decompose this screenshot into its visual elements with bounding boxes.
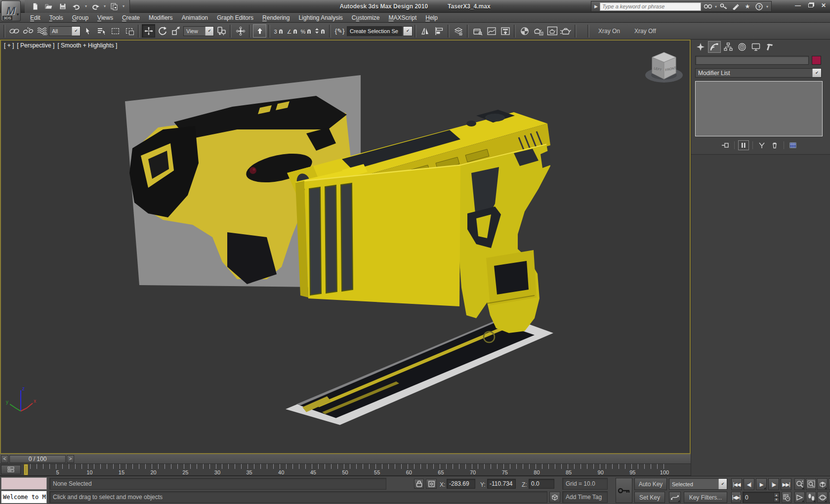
menu-tools[interactable]: Tools (45, 13, 68, 22)
spinner-up-icon[interactable]: ▲ (774, 493, 779, 498)
zoom-extents-button[interactable] (817, 478, 828, 490)
set-key-button[interactable]: Set Key (634, 492, 665, 503)
reference-coordinate-system-dropdown[interactable]: View ✔ (183, 26, 214, 36)
selection-filter-dropdown[interactable]: All ✔ (49, 26, 81, 36)
menu-views[interactable]: Views (93, 13, 118, 22)
menu-maxscript[interactable]: MAXScript (384, 13, 421, 22)
redo-dropdown-icon[interactable]: ▾ (104, 4, 106, 8)
save-file-button[interactable] (57, 1, 68, 11)
search-icon[interactable] (703, 2, 713, 11)
orbit-button[interactable] (817, 492, 828, 503)
help-dropdown-icon[interactable]: ▾ (766, 4, 768, 9)
percent-snap-toggle[interactable]: % (300, 24, 313, 38)
zoom-region-fov-button[interactable] (794, 492, 805, 503)
auto-key-button[interactable]: Auto Key (634, 478, 667, 490)
menu-help[interactable]: Help (421, 13, 442, 22)
unlink-selection-button[interactable] (21, 24, 35, 38)
viewport-menu-shading[interactable]: [ Smooth + Highlights ] (57, 42, 117, 49)
open-mini-curve-editor-button[interactable] (1, 465, 21, 474)
angle-snap-toggle[interactable]: ∠ (286, 24, 299, 38)
use-pivot-point-center-button[interactable] (214, 24, 228, 38)
reference-coordinate-arrow-icon[interactable]: ✔ (205, 27, 213, 36)
object-name-field[interactable] (695, 56, 809, 65)
menu-lighting-analysis[interactable]: Lighting Analysis (294, 13, 347, 22)
maxscript-macro-recorder-pane[interactable] (1, 477, 47, 490)
menu-group[interactable]: Group (68, 13, 93, 22)
redo-button[interactable] (90, 1, 101, 11)
container-explorer-button[interactable] (471, 24, 484, 38)
current-frame-marker[interactable] (24, 464, 28, 475)
curve-editor-button[interactable] (485, 24, 498, 38)
object-color-swatch[interactable] (812, 56, 821, 65)
time-configuration-button[interactable] (782, 492, 791, 503)
menu-graph-editors[interactable]: Graph Editors (212, 13, 258, 22)
xray-off-button[interactable]: Xray Off (627, 25, 663, 37)
tab-motion[interactable] (736, 41, 748, 53)
select-and-link-button[interactable] (7, 24, 21, 38)
viewcube[interactable]: LEFT FRONT (645, 52, 683, 83)
zoom-button[interactable] (794, 478, 805, 490)
favorites-star-icon[interactable]: ★ (743, 2, 752, 11)
selection-filter-arrow-icon[interactable]: ✔ (72, 27, 80, 36)
toolbar-handle[interactable] (3, 25, 5, 38)
close-button[interactable]: ✕ (820, 2, 827, 9)
select-object-button[interactable] (81, 24, 94, 38)
default-tangent-button[interactable] (669, 492, 681, 503)
configure-modifier-sets-button[interactable] (788, 140, 798, 150)
schematic-view-button[interactable] (498, 24, 512, 38)
previous-frame-slider-button[interactable]: < (1, 455, 8, 463)
keyboard-shortcut-override-toggle[interactable] (253, 24, 266, 38)
open-file-button[interactable] (43, 1, 54, 11)
layer-manager-button[interactable] (452, 24, 465, 38)
align-button[interactable] (432, 24, 446, 38)
z-coordinate-field[interactable]: 0.0 (529, 479, 554, 489)
pin-stack-button[interactable] (720, 140, 731, 150)
key-mode-arrow-icon[interactable]: ✔ (718, 479, 727, 489)
previous-frame-button[interactable]: ◀| (744, 478, 754, 490)
modifier-stack-list[interactable] (695, 81, 823, 136)
undo-button[interactable] (71, 1, 82, 11)
tab-hierarchy[interactable] (722, 41, 735, 53)
menu-animation[interactable]: Animation (177, 13, 212, 22)
time-tag-display[interactable]: Add Time Tag (562, 491, 608, 503)
next-frame-slider-button[interactable]: > (67, 455, 74, 463)
current-frame-field[interactable]: 0 ▲▼ (743, 492, 780, 503)
isolate-selection-button[interactable] (549, 492, 560, 503)
rectangular-selection-region-button[interactable] (109, 24, 122, 38)
x-coordinate-field[interactable]: -283.69 (447, 479, 475, 489)
menu-rendering[interactable]: Rendering (258, 13, 294, 22)
subscription-key-icon[interactable] (719, 2, 729, 11)
select-and-rotate-button[interactable] (156, 24, 169, 38)
spinner-snap-toggle[interactable] (314, 24, 327, 38)
viewport-menu-plus[interactable]: [ + ] (4, 42, 14, 49)
play-animation-button[interactable]: ▶ (756, 478, 767, 490)
mirror-button[interactable] (418, 24, 432, 38)
zoom-all-button[interactable] (806, 478, 816, 490)
make-unique-button[interactable] (756, 140, 767, 150)
communication-center-icon[interactable] (731, 2, 741, 11)
key-filters-button[interactable]: Key Filters... (684, 492, 727, 503)
xray-on-button[interactable]: Xray On (591, 25, 627, 37)
go-to-start-button[interactable]: |◀◀ (731, 478, 742, 490)
search-input[interactable] (600, 2, 701, 11)
menu-modifiers[interactable]: Modifiers (144, 13, 177, 22)
project-folder-button[interactable] (109, 1, 120, 11)
snaps-toggle[interactable]: 3 (272, 24, 286, 38)
track-bar[interactable]: 5101520253035404550556065707580859095100 (0, 464, 691, 476)
menu-create[interactable]: Create (118, 13, 144, 22)
tab-create[interactable] (694, 41, 707, 53)
maxscript-mini-listener[interactable]: Welcome to M (1, 491, 47, 504)
application-menu-button[interactable]: M 3DS ▼ (1, 0, 21, 21)
set-keys-big-button[interactable] (616, 478, 632, 503)
next-frame-button[interactable]: |▶ (768, 478, 779, 490)
select-by-name-button[interactable] (95, 24, 108, 38)
key-mode-toggle-button[interactable]: |◀▶| (731, 492, 741, 503)
viewport-scene[interactable]: LEFT FRONT z x y (1, 41, 690, 453)
y-coordinate-field[interactable]: -110.734 (487, 479, 516, 489)
menu-customize[interactable]: Customize (347, 13, 384, 22)
remove-modifier-button[interactable] (769, 140, 780, 150)
go-to-end-button[interactable]: ▶▶| (781, 478, 791, 490)
select-and-manipulate-button[interactable] (234, 24, 247, 38)
infocenter-collapse-icon[interactable]: ▶ (594, 4, 598, 9)
render-production-button[interactable] (559, 24, 573, 38)
